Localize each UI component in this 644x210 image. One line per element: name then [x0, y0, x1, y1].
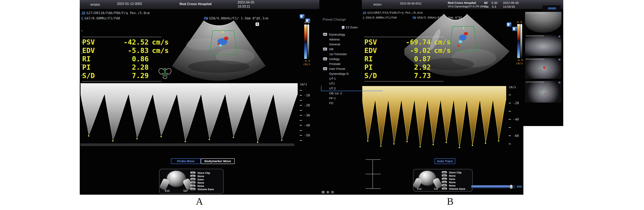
axis-tick: -30	[300, 113, 310, 118]
spectral-doppler-b[interactable]	[362, 86, 506, 154]
tick-label: -10	[304, 93, 310, 97]
caliper-horizontal-line	[366, 159, 381, 160]
layout-single-icon[interactable]	[506, 22, 511, 27]
hardkey-label: Store Clip	[449, 171, 462, 174]
preset-item[interactable]: User Preset	[322, 66, 363, 71]
measurement-label: RI	[364, 55, 389, 63]
slider-handle[interactable]	[510, 185, 513, 189]
set-label: Set	[434, 187, 438, 190]
spectral-doppler-a[interactable]	[80, 83, 298, 151]
colorbar-max-label: 4.5	[515, 20, 524, 24]
tick-mark	[509, 111, 511, 112]
thumbnail-4[interactable]	[525, 81, 562, 103]
folder-icon	[323, 67, 327, 70]
measurement-unit	[431, 63, 460, 71]
figure-label-b: B	[447, 196, 454, 207]
axis-tick	[300, 88, 310, 93]
colorbar-min-label: -4.5	[302, 59, 311, 62]
probe-move-button[interactable]: Probe Move	[171, 158, 201, 164]
axis-tick: -10	[300, 93, 310, 98]
measurement-unit: cm/s	[431, 46, 460, 55]
tech-line-2d: 2DG27/DR118/FA0/P90/Frq Pen./5.0cm	[81, 11, 150, 15]
control-legend-a: Exit Set P1 Store Clip P2 None U1 Save U…	[159, 169, 224, 194]
tick-mark	[300, 100, 302, 101]
preset-item-label: OB	[329, 47, 334, 51]
peak-caliper-dot	[88, 135, 89, 136]
measurement-value: -5.83	[107, 46, 149, 55]
separator-line	[364, 37, 444, 37]
measurement-label: PI	[364, 63, 389, 71]
thumbnail-panel-button[interactable]	[542, 5, 560, 11]
preset-item[interactable]: Adnexa	[322, 37, 363, 42]
axis-tick: -20	[300, 103, 310, 108]
velocity-axis-a: cm/s -10 -20 -30 -40 -50	[300, 83, 310, 143]
preset-item[interactable]: General	[322, 42, 363, 47]
figure-label-a: A	[196, 196, 203, 207]
preset-item-label: 1st Trimester	[329, 52, 347, 56]
tick-label: -20	[304, 103, 310, 107]
preset-item[interactable]: Gynecology-G	[322, 71, 363, 76]
hardkey-legend-row: P2 None	[442, 174, 465, 177]
figure-page: WS80A 2022-01-12-0002 Red Cross Hospital…	[0, 0, 644, 210]
grayscale-bar	[307, 24, 309, 59]
peak-caliper-dot	[393, 143, 394, 144]
hardkey-legend-row: P2 None	[190, 175, 214, 178]
velocity-axis-b: cm/s -20 -40 -60	[509, 85, 519, 148]
preset-item-label: UT-2	[329, 87, 336, 90]
thumbnail-2[interactable]	[525, 35, 562, 56]
preset-item[interactable]: UT-2	[322, 86, 363, 91]
mode-color-params: G50/0.80MHz/F1/FA8	[366, 16, 396, 19]
thumbnail-3[interactable]	[525, 58, 562, 79]
tick-mark	[300, 140, 302, 141]
peak-caliper-dot	[367, 140, 368, 142]
preset-item[interactable]: Urology	[322, 56, 363, 61]
measurement-label: RI	[82, 55, 107, 63]
layout-single-icon[interactable]	[300, 14, 304, 18]
peak-caliper-dot	[406, 141, 408, 142]
preset-item[interactable]: UT1	[322, 81, 363, 86]
preset-item[interactable]: PD	[322, 101, 363, 105]
axis-ticks: -20 -40 -60	[509, 91, 519, 148]
separator-line	[82, 81, 162, 81]
tick-label: -60	[513, 134, 519, 138]
pw-gate-marker[interactable]	[222, 31, 223, 33]
hardkey-pill: U3	[442, 184, 447, 187]
preset-item[interactable]: Gynecology	[322, 32, 363, 37]
preset-item[interactable]: Prostate	[322, 61, 363, 66]
measurement-label: PSV	[364, 38, 389, 46]
measurement-label: S/D	[82, 71, 107, 80]
network-icon	[326, 191, 329, 194]
measurement-unit	[149, 55, 178, 63]
axis-tick: -40	[300, 123, 310, 128]
measure-caliper-graphic	[366, 159, 381, 189]
thumbnail-1[interactable]	[525, 12, 562, 33]
preset-item[interactable]: UT-1	[322, 76, 363, 81]
tick-mark	[300, 125, 302, 126]
probe-position-marker	[164, 70, 166, 77]
color-doppler-bar	[304, 24, 307, 59]
pw-gate-marker[interactable]	[463, 27, 464, 29]
mode-color-tag: C	[81, 16, 84, 20]
hardkey-legend-row: U2 None	[442, 181, 465, 184]
tech-line-color: CG50/0.80MHz/F1/FA8	[363, 16, 396, 19]
peak-caliper-dot	[446, 142, 447, 143]
hardkey-label: Volume Save	[449, 187, 465, 190]
layout-split-icon[interactable]	[512, 27, 517, 31]
exam-time: 14:59:59	[503, 5, 515, 8]
exam-time: 16:33:11	[238, 5, 250, 8]
preset-item[interactable]: 1st Trimester	[322, 51, 363, 56]
panel-a-header: WS80A 2022-01-12-0002 Red Cross Hospital…	[80, 0, 319, 9]
preset-item-label: User Preset	[329, 67, 345, 70]
ez-exam-button[interactable]: EZ Exam	[342, 26, 358, 29]
cine-slider[interactable]	[471, 185, 515, 188]
preset-item[interactable]: PF-1	[322, 96, 363, 101]
grayscale-bar	[520, 24, 522, 58]
measurement-row: PSV -69.74 cm/s	[364, 38, 460, 46]
preset-item[interactable]: OB 1st -2	[322, 91, 363, 96]
auto-trace-button[interactable]: Auto Trace	[434, 158, 455, 164]
measurement-value: -69.74	[389, 38, 431, 46]
hardkey-legend-row: U4 Volume Save	[442, 187, 465, 190]
bodymarker-move-button[interactable]: Bodymarker Move	[201, 158, 235, 164]
exam-id: 2022-01-12-0002	[117, 2, 142, 6]
preset-item[interactable]: OB	[322, 47, 363, 51]
